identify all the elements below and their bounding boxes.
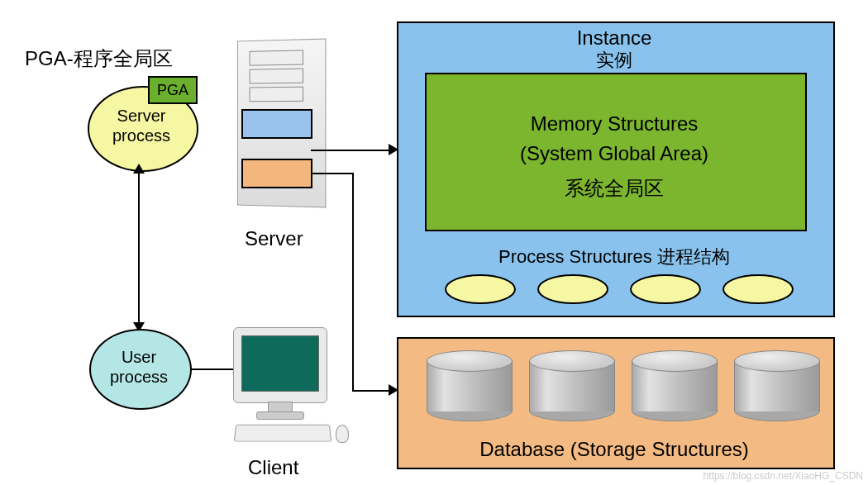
server-slot-orange <box>241 159 312 188</box>
process-ellipse <box>630 274 701 304</box>
connector-server-database-h2 <box>352 390 392 392</box>
server-process-label-line1: Server <box>117 107 166 125</box>
server-process-label-line2: process <box>112 126 170 145</box>
storage-cylinder-icon <box>734 350 818 421</box>
user-process-label-line1: User <box>122 348 156 366</box>
memory-line1: Memory Structures <box>425 112 804 136</box>
process-ellipse <box>537 274 608 304</box>
connector-server-user <box>138 170 140 326</box>
connector-server-database-h1 <box>311 173 354 174</box>
pga-box: PGA <box>148 76 198 104</box>
instance-title-en: Instance <box>397 26 832 50</box>
connector-client-userprocess <box>190 369 233 370</box>
memory-line2: (System Global Area) <box>425 142 804 165</box>
storage-cylinder-icon <box>632 350 716 421</box>
connector-server-instance <box>311 150 392 151</box>
server-process-label: Server process <box>98 106 185 145</box>
process-ellipse <box>723 274 794 304</box>
database-label: Database (Storage Structures) <box>397 438 832 461</box>
pga-title: PGA-程序全局区 <box>25 45 173 72</box>
instance-title-zh: 实例 <box>397 48 832 73</box>
process-ellipse <box>445 274 516 304</box>
memory-line3: 系统全局区 <box>425 175 804 202</box>
process-structures-label: Process Structures 进程结构 <box>425 245 804 269</box>
storage-cylinder-icon <box>529 350 613 421</box>
user-process-label: User process <box>98 347 180 387</box>
arrow-up-icon <box>133 164 145 174</box>
server-caption: Server <box>245 227 303 250</box>
user-process-label-line2: process <box>110 368 168 386</box>
client-icon <box>230 327 354 451</box>
client-caption: Client <box>248 456 298 479</box>
server-slot-blue <box>241 109 312 139</box>
storage-cylinder-icon <box>427 350 511 421</box>
watermark: https://blog.csdn.net/XiaoHG_CSDN <box>703 470 863 482</box>
